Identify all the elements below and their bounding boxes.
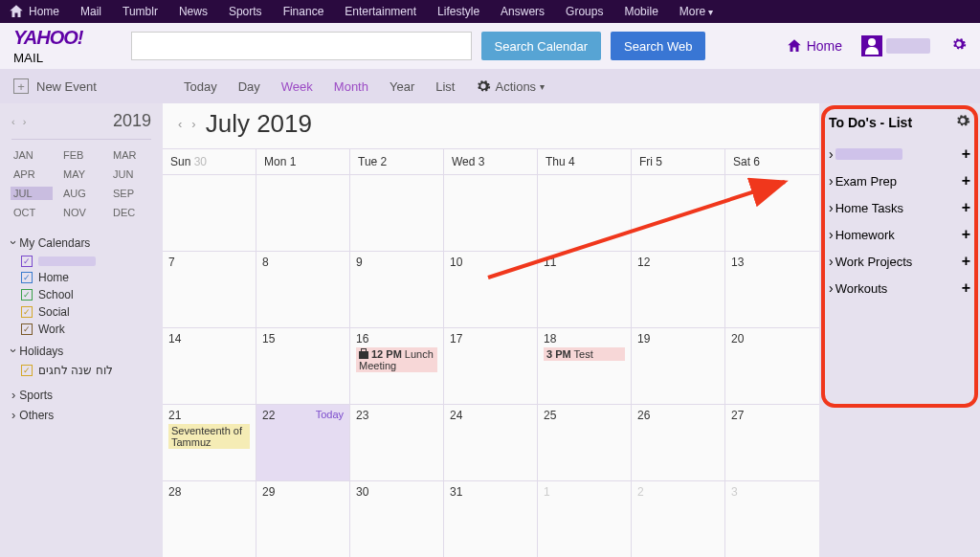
nav-lifestyle[interactable]: Lifestyle — [437, 5, 479, 18]
calendar-cell[interactable]: 31 — [444, 481, 538, 557]
calendar-item[interactable]: ✓ — [21, 254, 151, 269]
checkbox-icon[interactable]: ✓ — [21, 306, 33, 318]
calendar-cell[interactable]: 26 — [632, 405, 725, 481]
add-task-button[interactable]: + — [962, 279, 970, 297]
calendar-cell[interactable]: 15 — [256, 328, 350, 405]
month-jun[interactable]: JUN — [113, 168, 149, 180]
calendar-cell[interactable]: 28 — [163, 481, 256, 557]
others-header[interactable]: Others — [11, 405, 151, 425]
calendar-cell[interactable]: 8 — [256, 252, 350, 328]
calendar-cell[interactable]: 27 — [725, 405, 819, 481]
calendar-cell[interactable]: 1 — [538, 481, 632, 557]
calendar-cell[interactable]: 1612 PM Lunch Meeting — [350, 328, 444, 405]
sports-header[interactable]: Sports — [11, 385, 151, 405]
calendar-cell[interactable]: 12 — [632, 252, 725, 328]
next-year[interactable]: › — [23, 116, 27, 127]
calendar-cell[interactable]: 3 — [725, 481, 819, 557]
nav-answers[interactable]: Answers — [501, 5, 545, 18]
view-month[interactable]: Month — [334, 79, 368, 94]
view-list[interactable]: List — [435, 79, 455, 94]
nav-entertainment[interactable]: Entertainment — [345, 5, 416, 18]
holidays-header[interactable]: Holidays — [11, 344, 151, 358]
actions-menu[interactable]: Actions ▾ — [476, 78, 545, 94]
month-oct[interactable]: OCT — [13, 207, 50, 218]
calendar-cell[interactable] — [256, 175, 350, 252]
month-apr[interactable]: APR — [13, 168, 50, 180]
todo-item[interactable]: + — [829, 141, 970, 167]
calendar-cell[interactable]: 2 — [632, 481, 725, 557]
calendar-cell[interactable] — [632, 175, 725, 252]
calendar-cell[interactable]: 21Seventeenth of Tammuz — [163, 405, 256, 481]
calendar-cell[interactable]: 17 — [444, 328, 538, 405]
search-input[interactable] — [131, 32, 472, 60]
checkbox-icon[interactable]: ✓ — [21, 272, 33, 283]
search-calendar-button[interactable]: Search Calendar — [481, 32, 602, 60]
nav-sports[interactable]: Sports — [229, 5, 262, 18]
add-task-button[interactable]: + — [962, 253, 970, 270]
month-mar[interactable]: MAR — [113, 149, 149, 161]
calendar-cell[interactable]: 23 — [350, 405, 444, 481]
month-aug[interactable]: AUG — [63, 188, 100, 199]
todo-settings[interactable] — [955, 113, 970, 131]
add-task-button[interactable]: + — [962, 199, 970, 216]
yahoo-logo[interactable]: YAHOO! MAIL — [13, 27, 83, 66]
calendar-cell[interactable] — [350, 175, 444, 252]
calendar-cell[interactable]: 10 — [444, 252, 538, 328]
checkbox-icon[interactable]: ✓ — [21, 365, 33, 376]
checkbox-icon[interactable]: ✓ — [21, 289, 33, 301]
view-day[interactable]: Day — [238, 79, 260, 94]
prev-year[interactable]: ‹ — [11, 116, 15, 127]
calendar-cell[interactable] — [163, 175, 256, 252]
home-link[interactable]: Home — [786, 37, 842, 55]
calendar-cell[interactable]: 183 PM Test — [538, 328, 632, 405]
todo-item[interactable]: Homework+ — [829, 221, 970, 248]
calendar-cell[interactable] — [725, 175, 819, 252]
add-task-button[interactable]: + — [962, 145, 970, 163]
month-dec[interactable]: DEC — [113, 207, 149, 218]
calendar-cell[interactable]: 9 — [350, 252, 444, 328]
calendar-cell[interactable]: 11 — [538, 252, 632, 328]
todo-item[interactable]: Workouts+ — [829, 275, 970, 301]
nav-home[interactable]: Home — [8, 3, 59, 20]
month-jan[interactable]: JAN — [13, 149, 50, 161]
nav-mobile[interactable]: Mobile — [624, 5, 657, 18]
todo-item[interactable]: Exam Prep+ — [829, 167, 970, 194]
calendar-cell[interactable]: 7 — [163, 252, 256, 328]
month-sep[interactable]: SEP — [113, 188, 149, 199]
nav-tumblr[interactable]: Tumblr — [122, 5, 158, 18]
calendar-cell[interactable] — [538, 175, 632, 252]
new-event-button[interactable]: + New Event — [0, 78, 163, 94]
todo-item[interactable]: Work Projects+ — [829, 248, 970, 275]
next-month[interactable]: › — [191, 117, 195, 131]
checkbox-icon[interactable]: ✓ — [21, 323, 33, 335]
nav-mail[interactable]: Mail — [80, 5, 101, 18]
my-calendars-header[interactable]: My Calendars — [11, 235, 151, 250]
prev-month[interactable]: ‹ — [178, 117, 182, 131]
settings-button[interactable] — [951, 36, 967, 56]
calendar-cell[interactable]: 29 — [256, 481, 350, 557]
user-menu[interactable] — [861, 35, 930, 56]
view-year[interactable]: Year — [390, 79, 414, 94]
nav-finance[interactable]: Finance — [283, 5, 324, 18]
calendar-cell[interactable]: 30 — [350, 481, 444, 557]
calendar-cell[interactable]: 14 — [163, 328, 256, 405]
view-week[interactable]: Week — [281, 79, 313, 94]
search-web-button[interactable]: Search Web — [611, 32, 705, 60]
calendar-cell[interactable]: 13 — [725, 252, 819, 328]
month-jul[interactable]: JUL — [11, 187, 53, 200]
nav-more[interactable]: More▾ — [679, 5, 713, 18]
calendar-item[interactable]: ✓Home — [21, 269, 151, 286]
calendar-cell[interactable]: 19 — [632, 328, 725, 405]
calendar-item[interactable]: ✓School — [21, 286, 151, 303]
calendar-event[interactable]: Seventeenth of Tammuz — [168, 424, 250, 449]
todo-item[interactable]: Home Tasks+ — [829, 194, 970, 221]
calendar-cell[interactable] — [444, 175, 538, 252]
view-today[interactable]: Today — [184, 79, 217, 94]
calendar-cell[interactable]: 20 — [725, 328, 819, 405]
calendar-item[interactable]: ✓לוח שנה לחגים — [21, 362, 151, 379]
month-may[interactable]: MAY — [63, 168, 100, 180]
calendar-cell[interactable]: Today22 — [256, 405, 350, 481]
calendar-event[interactable]: 3 PM Test — [544, 347, 625, 361]
add-task-button[interactable]: + — [962, 226, 970, 243]
nav-groups[interactable]: Groups — [566, 5, 603, 18]
